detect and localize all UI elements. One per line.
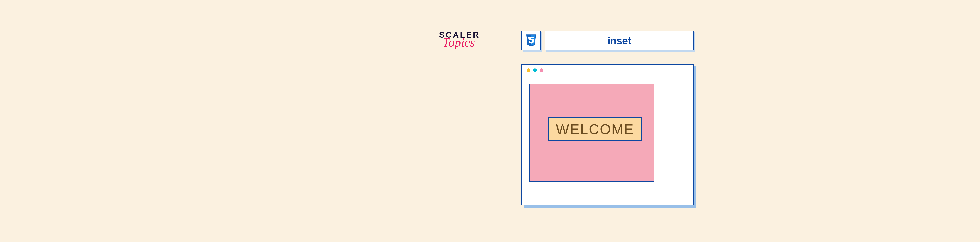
positioned-container: WELCOME [529,84,654,182]
traffic-light-minimize-icon[interactable] [527,68,530,72]
css3-shield-icon [525,34,537,47]
property-title: inset [545,31,694,50]
brand-logo: SCALER Topics [439,31,480,47]
traffic-light-maximize-icon[interactable] [533,68,537,72]
traffic-light-close-icon[interactable] [539,68,543,72]
browser-titlebar [522,65,693,76]
css-badge [521,31,541,50]
brand-line2: Topics [442,38,480,47]
header-row: inset [521,31,694,50]
browser-frame: WELCOME [521,64,694,205]
property-title-text: inset [608,35,631,46]
browser-viewport: WELCOME [522,76,693,205]
inset-element: WELCOME [548,118,642,141]
inset-element-text: WELCOME [556,121,634,137]
browser-window: WELCOME [521,64,694,205]
